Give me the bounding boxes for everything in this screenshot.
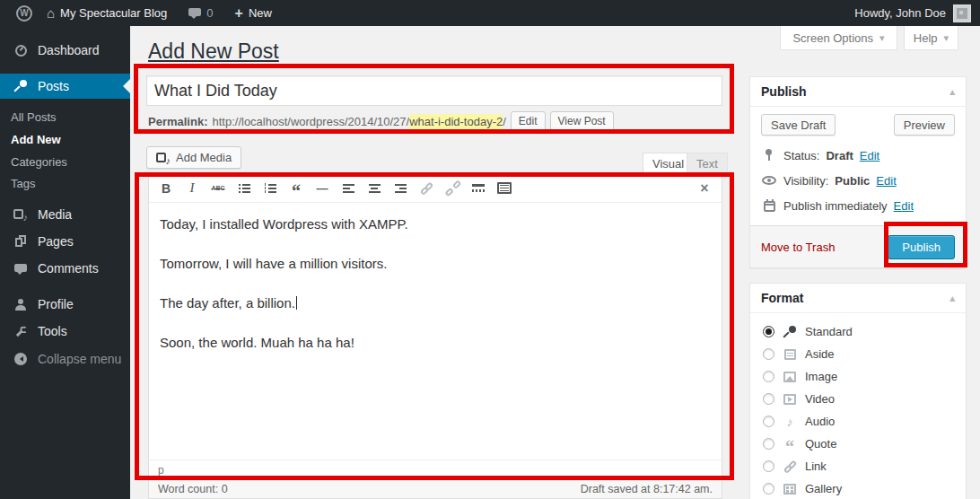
sidebar-item-pages[interactable]: Pages <box>0 229 130 254</box>
format-radio-quote[interactable] <box>763 438 774 450</box>
format-option-video[interactable]: Video <box>763 388 953 410</box>
format-option-label: Standard <box>805 325 853 338</box>
format-option-image[interactable]: Image <box>763 365 953 388</box>
admin-bar-right: Howdy, John Doe <box>854 4 980 22</box>
screen-options-tab[interactable]: Screen Options ▾ <box>780 26 897 50</box>
unlink-icon <box>442 177 463 198</box>
format-radio-link[interactable] <box>763 460 774 472</box>
sidebar-item-label: Posts <box>38 79 69 93</box>
howdy-account-menu[interactable]: Howdy, John Doe <box>854 6 946 20</box>
publish-panel-title: Publish <box>761 84 807 99</box>
align-center-button[interactable] <box>364 179 384 198</box>
italic-button[interactable]: I <box>182 179 202 198</box>
link-icon <box>416 177 437 198</box>
visibility-value: Public <box>835 174 870 188</box>
dashboard-icon <box>12 45 30 57</box>
move-to-trash-link[interactable]: Move to Trash <box>761 241 835 254</box>
format-option-aside[interactable]: Aside <box>763 343 953 365</box>
sidebar-item-comments[interactable]: Comments <box>0 256 130 281</box>
visual-editor: B I ABC “ — × Today, I installed Wordpre… <box>148 173 722 480</box>
sidebar-item-posts[interactable]: Posts <box>0 74 130 99</box>
status-value: Draft <box>826 149 853 162</box>
aside-icon <box>782 349 798 360</box>
insert-link-button[interactable] <box>416 179 436 198</box>
format-radio-audio[interactable] <box>763 416 774 427</box>
add-media-label: Add Media <box>176 151 232 164</box>
publish-button[interactable]: Publish <box>888 235 955 259</box>
comments-icon <box>12 263 30 275</box>
sidebar-item-collapse-menu[interactable]: Collapse menu <box>0 346 130 372</box>
align-right-button[interactable] <box>390 179 410 198</box>
wordpress-logo-menu[interactable]: W <box>9 0 39 26</box>
format-radio-aside[interactable] <box>763 348 774 360</box>
comments-bubble-icon <box>188 7 201 19</box>
sidebar-item-profile[interactable]: Profile <box>0 292 130 317</box>
editor-path-bar: p <box>149 460 722 479</box>
word-count-value: 0 <box>222 483 228 495</box>
format-panel-header[interactable]: Format ▴ <box>750 284 966 313</box>
submenu-add-new[interactable]: Add New <box>0 128 130 151</box>
tab-text[interactable]: Text <box>687 153 728 173</box>
permalink-url: http://localhost/wordpress/2014/10/27/wh… <box>212 115 505 128</box>
editor-content[interactable]: Today, I installed Wordpress with XAMPP.… <box>149 203 722 352</box>
format-option-quote[interactable]: “ Quote <box>763 433 953 455</box>
submenu-tags[interactable]: Tags <box>0 172 130 195</box>
bold-button[interactable]: B <box>156 179 176 198</box>
numbered-list-button[interactable] <box>260 179 280 198</box>
publish-panel-header[interactable]: Publish ▴ <box>750 77 966 107</box>
sidebar-item-label: Collapse menu <box>38 352 121 366</box>
format-option-audio[interactable]: ♪ Audio <box>763 410 953 433</box>
save-draft-button[interactable]: Save Draft <box>761 114 836 136</box>
editor-paragraph: Tomorrow, I will have a million visitors… <box>160 254 711 273</box>
fullscreen-button[interactable]: × <box>695 179 714 198</box>
blockquote-icon: “ <box>292 183 301 193</box>
format-option-gallery[interactable]: Gallery <box>763 477 953 499</box>
collapse-toggle-icon[interactable]: ▴ <box>949 86 955 98</box>
horizontal-rule-icon: — <box>317 181 328 195</box>
sidebar-item-media[interactable]: Media <box>0 202 130 227</box>
admin-bar-comments[interactable]: 0 <box>181 0 220 26</box>
view-post-button[interactable]: View Post <box>550 111 614 131</box>
collapse-toggle-icon[interactable]: ▴ <box>949 293 955 304</box>
autosave-status: Draft saved at 8:17:42 am. <box>581 483 713 495</box>
format-radio-image[interactable] <box>763 371 774 382</box>
remove-link-button[interactable] <box>442 179 462 198</box>
help-tab[interactable]: Help ▾ <box>904 26 958 50</box>
sidebar-item-dashboard[interactable]: Dashboard <box>0 38 130 63</box>
wordpress-logo-icon: W <box>16 5 32 22</box>
admin-bar-new-menu[interactable]: + New <box>228 0 279 26</box>
sidebar-item-label: Dashboard <box>38 43 100 57</box>
media-icon <box>156 152 171 164</box>
post-title-input[interactable] <box>146 75 722 106</box>
horizontal-rule-button[interactable]: — <box>312 179 332 198</box>
align-left-button[interactable] <box>338 179 358 198</box>
edit-status-link[interactable]: Edit <box>860 149 879 162</box>
format-radio-gallery[interactable] <box>763 483 774 495</box>
submenu-categories[interactable]: Categories <box>0 151 130 173</box>
wordpress-admin-screen: W ⌂ My Spectacular Blog 0 + New Howdy, J… <box>0 0 980 499</box>
path-element[interactable]: p <box>158 464 164 477</box>
format-option-link[interactable]: Link <box>763 455 953 477</box>
more-tag-button[interactable] <box>468 179 488 198</box>
submenu-all-posts[interactable]: All Posts <box>0 106 130 128</box>
sidebar-item-tools[interactable]: Tools <box>0 319 130 344</box>
preview-button[interactable]: Preview <box>894 114 955 136</box>
blockquote-button[interactable]: “ <box>286 179 306 198</box>
add-media-button[interactable]: Add Media <box>146 146 241 169</box>
toolbar-toggle-button[interactable] <box>494 179 514 198</box>
site-name-link[interactable]: ⌂ My Spectacular Blog <box>39 0 174 26</box>
format-option-label: Video <box>805 392 835 406</box>
word-count-label: Word count: <box>158 483 218 495</box>
edit-schedule-link[interactable]: Edit <box>894 199 914 213</box>
format-option-standard[interactable]: Standard <box>763 320 953 343</box>
bulleted-list-button[interactable] <box>234 179 254 198</box>
format-radio-video[interactable] <box>763 393 774 405</box>
edit-visibility-link[interactable]: Edit <box>876 174 896 188</box>
strikethrough-button[interactable]: ABC <box>208 179 228 198</box>
avatar[interactable] <box>953 4 971 22</box>
format-radio-standard[interactable] <box>763 326 774 337</box>
edit-permalink-button[interactable]: Edit <box>511 111 546 131</box>
calendar-icon <box>761 199 777 212</box>
align-left-icon <box>343 184 354 193</box>
strikethrough-icon: ABC <box>211 185 224 191</box>
